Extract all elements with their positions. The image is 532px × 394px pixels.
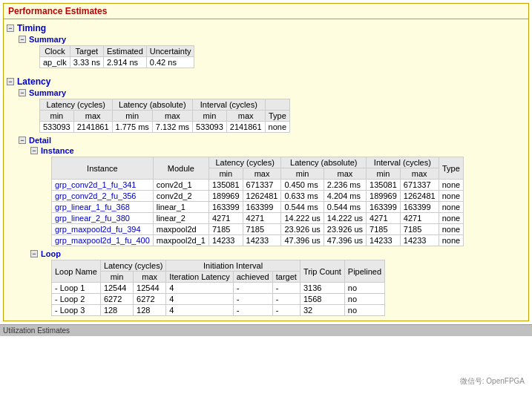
loop-row: - Loop 1 12544 12544 4 - - 3136 no (52, 283, 385, 294)
timing-target: 3.33 ns (70, 57, 103, 68)
inst-abs-min: 0.450 ms (281, 180, 324, 191)
instance-subsection: − Instance Instance Module Latency (cycl… (30, 146, 525, 246)
inst-abs-max: 14.222 us (324, 213, 366, 224)
inst-name: grp_conv2d_1_fu_341 (52, 180, 154, 191)
loop-achieved: - (233, 294, 272, 305)
inst-cyc-max: 4271 (243, 213, 281, 224)
inst-abs-min: 0.544 ms (281, 202, 324, 213)
inst-abs-max: 2.236 ms (324, 180, 366, 191)
timing-header: − Timing (7, 23, 525, 33)
latency-toggle[interactable]: − (7, 78, 14, 85)
lat-type-h: Type (265, 111, 289, 122)
inst-cyc-min: 135081 (208, 180, 243, 191)
timing-summary-header: − Summary (19, 35, 525, 44)
loop-min: 128 (100, 305, 133, 316)
inst-int-min: 189969 (367, 191, 401, 202)
inst-cyc-min: 7185 (208, 224, 243, 235)
inst-abs-min: 47.396 us (281, 235, 324, 246)
loop-trip: 1568 (300, 294, 344, 305)
inst-col-lat-cyc: Latency (cycles) (208, 157, 281, 168)
ls-cyc-max: 2141861 (73, 122, 112, 133)
loop-col-ii: Initiation Interval (166, 260, 301, 272)
inst-module: maxpool2d_1 (153, 235, 208, 246)
timing-col-clock: Clock (40, 46, 70, 57)
timing-summary-toggle[interactable]: − (19, 36, 26, 43)
inst-abs-min: 23.926 us (281, 224, 324, 235)
inst-type: none (439, 224, 463, 235)
instance-row: grp_linear_1_fu_368 linear_1 163399 1633… (52, 202, 464, 213)
instance-toggle[interactable]: − (30, 147, 38, 154)
instance-row: grp_conv2d_1_fu_341 conv2d_1 135081 6713… (52, 180, 464, 191)
inst-cyc-min: 163399 (208, 202, 243, 213)
inst-int-max: 1262481 (400, 191, 439, 202)
latency-detail-subsection: − Detail − Instance Instance Module Late… (19, 136, 525, 316)
latency-summary-table-container: Latency (cycles) Latency (absolute) Inte… (39, 99, 525, 133)
loop-target: - (272, 294, 300, 305)
inst-int-max: 7185 (400, 224, 439, 235)
inst-int-max: 671337 (400, 180, 439, 191)
timing-estimated: 2.914 ns (103, 57, 146, 68)
inst-module: linear_2 (153, 213, 208, 224)
instance-row: grp_conv2d_2_fu_356 conv2d_2 189969 1262… (52, 191, 464, 202)
inst-type: none (439, 235, 463, 246)
latency-detail-toggle[interactable]: − (19, 137, 26, 144)
inst-int-min: 4271 (367, 213, 401, 224)
inst-cyc-min: 189969 (208, 191, 243, 202)
latency-summary-label: Summary (29, 88, 66, 97)
timing-row: ap_clk 3.33 ns 2.914 ns 0.42 ns (40, 57, 194, 68)
inst-col-type: Type (439, 157, 463, 180)
loop-pipelined: no (344, 294, 384, 305)
timing-summary-subsection: − Summary Clock Target Estimated Uncerta… (19, 35, 525, 68)
inst-name: grp_linear_1_fu_368 (52, 202, 154, 213)
inst-cyc-max: 7185 (243, 224, 281, 235)
timing-toggle[interactable]: − (7, 24, 14, 32)
lat-cyc-header: Latency (cycles) (40, 99, 113, 111)
lat-int-max-h: max (226, 111, 265, 122)
bottom-label: Utilization Estimates (3, 326, 70, 335)
ls-cyc-min: 533093 (40, 122, 74, 133)
latency-summary-row: 533093 2141861 1.775 ms 7.132 ms 533093 … (40, 122, 290, 133)
latency-detail-label: Detail (29, 136, 51, 145)
instance-table-container: Instance Module Latency (cycles) Latency… (51, 157, 525, 246)
instance-row: grp_linear_2_fu_380 linear_2 4271 4271 1… (52, 213, 464, 224)
inst-cyc-min: 14233 (208, 235, 243, 246)
instance-row: grp_maxpool2d_1_fu_400 maxpool2d_1 14233… (52, 235, 464, 246)
lat-abs-max-h: max (152, 111, 192, 122)
inst-h-abs-max: max (324, 168, 366, 180)
inst-name: grp_conv2d_2_fu_356 (52, 191, 154, 202)
loop-achieved: - (233, 305, 272, 316)
inst-int-min: 135081 (367, 180, 401, 191)
ls-int-max: 2141861 (226, 122, 265, 133)
timing-clock: ap_clk (40, 57, 70, 68)
inst-cyc-max: 671337 (243, 180, 281, 191)
inst-type: none (439, 191, 463, 202)
inst-abs-min: 0.633 ms (281, 191, 324, 202)
inst-name: grp_maxpool2d_fu_394 (52, 224, 154, 235)
ls-abs-max: 7.132 ms (152, 122, 192, 133)
latency-summary-toggle[interactable]: − (19, 89, 26, 96)
loop-col-lat-cyc: Latency (cycles) (100, 260, 165, 272)
inst-module: linear_1 (153, 202, 208, 213)
loop-pipelined: no (344, 283, 384, 294)
inst-type: none (439, 202, 463, 213)
loop-trip: 3136 (300, 283, 344, 294)
lat-cyc-min-h: min (40, 111, 74, 122)
inst-type: none (439, 213, 463, 224)
latency-summary-header: − Summary (19, 88, 525, 97)
inst-h-int-max: max (400, 168, 439, 180)
inst-module: conv2d_1 (153, 180, 208, 191)
loop-h-iter: Iteration Latency (166, 272, 233, 283)
inst-int-min: 14233 (367, 235, 401, 246)
loop-min: 6272 (100, 294, 133, 305)
loop-col-trip: Trip Count (300, 260, 344, 283)
loop-trip: 32 (300, 305, 344, 316)
inst-int-max: 4271 (400, 213, 439, 224)
latency-detail-header: − Detail (19, 136, 525, 145)
loop-iter: 4 (166, 294, 233, 305)
loop-toggle[interactable]: − (30, 250, 38, 257)
lat-int-min-h: min (193, 111, 227, 122)
loop-name: - Loop 3 (52, 305, 101, 316)
loop-h-target: target (272, 272, 300, 283)
inst-abs-max: 47.396 us (324, 235, 366, 246)
loop-max: 128 (134, 305, 166, 316)
